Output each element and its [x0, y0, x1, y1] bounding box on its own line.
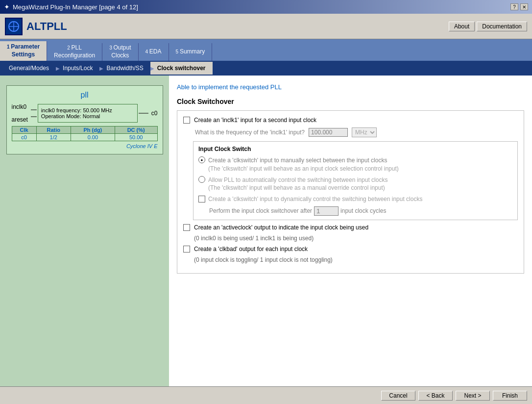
status-text: Able to implement the requested PLL	[177, 83, 524, 91]
tab-summary[interactable]: 5 Summary	[169, 43, 213, 61]
logo-icon	[5, 18, 23, 35]
cycles-row: Perform the input clock switchover after…	[209, 206, 512, 216]
activeclock-sub: (0 inclk0 is being used/ 1 inclk1 is bei…	[194, 235, 314, 242]
app-icon: ✦	[4, 3, 10, 11]
radio-manual-select[interactable]	[198, 156, 205, 163]
radio-auto-control[interactable]	[198, 176, 205, 183]
checkbox-dynamic-control[interactable]	[198, 196, 205, 202]
section-title: Clock Switchover	[177, 98, 524, 105]
documentation-button[interactable]: Documentation	[477, 22, 527, 31]
tab-output-clocks[interactable]: 3 OutputClocks	[102, 43, 138, 61]
title-bar-right: ? ✕	[510, 3, 528, 10]
cycles-label-before: Perform the input clock switchover after	[209, 207, 312, 214]
table-row: c0 1/2 0.00 50.00	[12, 134, 157, 141]
create-inclk1-row: Create an 'inclk1' input for a second in…	[183, 117, 518, 124]
content-area: pll inclk0 areset inclk0 frequency: 50.0…	[0, 76, 532, 386]
finish-button[interactable]: Finish	[493, 391, 527, 401]
about-button[interactable]: About	[449, 22, 475, 31]
clkbad-label: Create a 'clkbad' output for each input …	[194, 246, 308, 252]
left-panel: pll inclk0 areset inclk0 frequency: 50.0…	[0, 76, 169, 386]
input-clock-switch-group: Input Clock Switch Create a 'clkswitch' …	[193, 141, 518, 220]
pll-table: Clk Ratio Ph (dg) DC (%) c0 1/2 0.00 50.…	[12, 126, 158, 141]
option-dynamic-control: Create a 'clkswitch' input to dynamicall…	[198, 195, 512, 203]
freq-label: What is the frequency of the 'inclk1' in…	[195, 129, 305, 136]
logo-area: ALTPLL	[5, 18, 67, 35]
clkbad-checkbox[interactable]	[183, 246, 190, 252]
help-button[interactable]: ?	[510, 3, 518, 10]
tab-nav: 1 ParameterSettings 2 PLLReconfiguration…	[0, 39, 532, 61]
activeclock-checkbox[interactable]	[183, 224, 190, 231]
header-bar: ALTPLL About Documentation	[0, 14, 532, 39]
pll-diagram-box: pll inclk0 areset inclk0 frequency: 50.0…	[6, 85, 163, 154]
sub-tab-bandwidth-ss[interactable]: Bandwidth/SS	[99, 62, 150, 75]
col-ratio: Ratio	[36, 126, 71, 134]
option-auto-control: Allow PLL to automatically control the s…	[198, 176, 512, 193]
pll-title: pll	[12, 91, 158, 100]
next-button[interactable]: Next >	[456, 391, 490, 401]
input-clock-switch-title: Input Clock Switch	[198, 146, 512, 152]
close-button[interactable]: ✕	[520, 3, 528, 10]
right-panel: Able to implement the requested PLL Cloc…	[169, 76, 532, 386]
option-dynamic-control-text: Create a 'clkswitch' input to dynamicall…	[208, 195, 422, 203]
pll-center-box: inclk0 frequency: 50.000 MHz Operation M…	[38, 104, 138, 123]
cycles-label-after: input clock cycles	[340, 207, 386, 214]
sub-tab-inputs-lock[interactable]: Inputs/Lock	[56, 62, 99, 75]
clock-switchover-section: Create an 'inclk1' input for a second in…	[177, 110, 524, 274]
title-bar: ✦ MegaWizard Plug-In Manager [page 4 of …	[0, 0, 532, 14]
bottom-bar: Cancel < Back Next > Finish	[0, 386, 532, 404]
c0-label: c0	[151, 110, 158, 117]
tab-pll-reconfiguration[interactable]: 2 PLLReconfiguration	[47, 43, 102, 61]
col-ph: Ph (dg)	[71, 126, 115, 134]
freq-unit-select[interactable]: MHz	[352, 127, 377, 137]
pll-mode-info: Operation Mode: Normal	[41, 113, 134, 119]
title-bar-left: ✦ MegaWizard Plug-In Manager [page 4 of …	[4, 3, 138, 11]
option-manual-select-text: Create a 'clkswitch' input to manually s…	[208, 156, 399, 173]
clkbad-row: Create a 'clkbad' output for each input …	[183, 246, 518, 263]
clkbad-sub: (0 input clock is toggling/ 1 input cloc…	[194, 256, 333, 263]
create-inclk1-label: Create an 'inclk1' input for a second in…	[194, 117, 316, 124]
freq-row: What is the frequency of the 'inclk1' in…	[195, 127, 518, 137]
activeclock-label: Create an 'activeclock' output to indica…	[194, 224, 368, 231]
sub-tab-general-modes[interactable]: General/Modes	[2, 62, 56, 75]
tab-eda[interactable]: 4 EDA	[139, 43, 169, 61]
activeclock-row: Create an 'activeclock' output to indica…	[183, 224, 518, 242]
device-label: Cyclone IV E	[12, 143, 158, 149]
col-clk: Clk	[12, 126, 36, 134]
inclk0-label: inclk0	[12, 103, 28, 110]
back-button[interactable]: < Back	[418, 391, 453, 401]
main-window: ALTPLL About Documentation 1 ParameterSe…	[0, 14, 532, 404]
logo-text: ALTPLL	[26, 20, 67, 33]
option-auto-control-text: Allow PLL to automatically control the s…	[208, 176, 387, 193]
col-dc: DC (%)	[115, 126, 157, 134]
create-inclk1-checkbox[interactable]	[183, 117, 190, 124]
pll-freq-info: inclk0 frequency: 50.000 MHz	[41, 107, 134, 113]
window-title: MegaWizard Plug-In Manager [page 4 of 12…	[13, 3, 138, 11]
option-manual-select: Create a 'clkswitch' input to manually s…	[198, 156, 512, 173]
header-buttons: About Documentation	[449, 22, 527, 31]
sub-nav: General/Modes Inputs/Lock Bandwidth/SS C…	[0, 61, 532, 76]
cycles-input[interactable]	[314, 206, 339, 216]
sub-tab-clock-switchover[interactable]: Clock switchover	[150, 62, 213, 75]
cancel-button[interactable]: Cancel	[381, 391, 415, 401]
freq-input[interactable]	[309, 128, 348, 137]
tab-parameter-settings[interactable]: 1 ParameterSettings	[0, 41, 47, 61]
areset-label: areset	[12, 116, 28, 123]
